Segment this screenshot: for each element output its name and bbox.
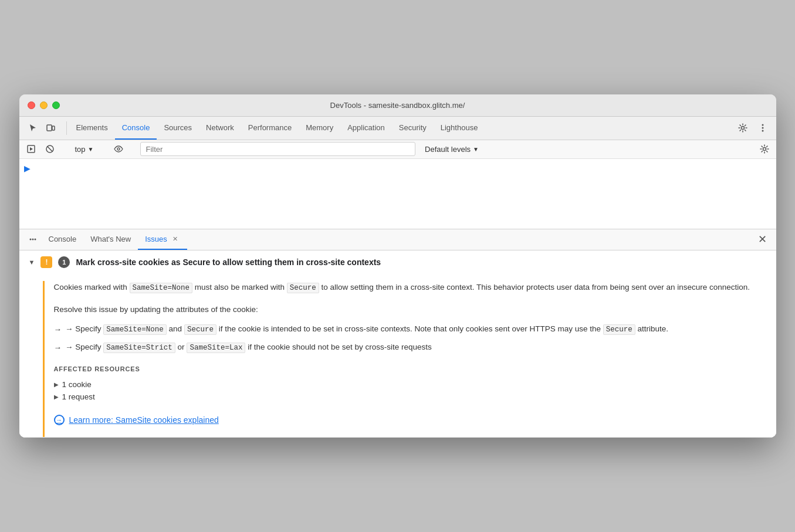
eye-icon (114, 145, 123, 153)
level-label: Default levels (425, 145, 471, 154)
context-label: top (75, 145, 86, 154)
dots-vertical-icon (29, 235, 37, 243)
svg-point-2 (741, 127, 744, 130)
context-chevron-icon: ▼ (88, 146, 94, 153)
level-chevron-icon: ▼ (473, 146, 479, 153)
issue-item: ▼ ! 1 Mark cross-site cookies as Secure … (19, 250, 776, 438)
svg-point-3 (762, 124, 763, 126)
bullet1-code3: Secure (603, 324, 635, 335)
bottom-tabs-bar: Console What's New Issues ✕ ✕ (19, 229, 776, 250)
resolve-text: Resolve this issue by updating the attri… (54, 303, 767, 316)
affected-resources-section: AFFECTED RESOURCES ▶ 1 cookie ▶ 1 reques… (54, 365, 767, 403)
bullet2-code1: SameSite=Strict (103, 343, 175, 353)
svg-point-12 (29, 239, 31, 240)
tab-memory[interactable]: Memory (299, 117, 340, 140)
resource-cookie-label: 1 cookie (62, 380, 92, 389)
svg-point-14 (34, 239, 36, 240)
more-dots-icon (758, 123, 767, 133)
play-icon-btn[interactable] (24, 142, 38, 156)
tab-sources[interactable]: Sources (157, 117, 199, 140)
cursor-icon-btn[interactable] (24, 119, 42, 137)
issues-tab-close-btn[interactable]: ✕ (171, 234, 180, 243)
more-options-icon-btn[interactable] (754, 119, 772, 137)
clear-icon-btn[interactable] (43, 142, 57, 156)
learn-more-link[interactable]: → Learn more: SameSite cookies explained (54, 415, 767, 425)
issue-body: Cookies marked with SameSite=None must a… (43, 281, 776, 438)
issue-count-badge: 1 (58, 256, 70, 268)
cursor-icon (28, 123, 38, 133)
bullet2-code2: SameSite=Lax (187, 343, 245, 353)
svg-marker-7 (30, 147, 33, 151)
eye-icon-btn[interactable] (111, 142, 126, 156)
issue-chevron-icon: ▼ (29, 259, 35, 266)
tab-application[interactable]: Application (340, 117, 392, 140)
traffic-lights (28, 101, 60, 109)
resource-item-cookie[interactable]: ▶ 1 cookie (54, 378, 767, 391)
tab-network[interactable]: Network (199, 117, 241, 140)
svg-line-9 (47, 147, 52, 152)
maximize-button[interactable] (52, 101, 60, 109)
bullet-item-2: → → Specify SameSite=Strict or SameSite=… (54, 341, 767, 354)
console-toolbar: top ▼ Default levels ▼ (19, 140, 776, 159)
bullet1-code2: Secure (184, 324, 216, 335)
device-icon (46, 123, 55, 133)
bullet-arrow-2-icon: → (54, 341, 62, 354)
tab-console[interactable]: Console (115, 117, 157, 140)
minimize-button[interactable] (40, 101, 48, 109)
console-settings-icon-btn[interactable] (757, 142, 772, 156)
tab-security[interactable]: Security (392, 117, 434, 140)
bottom-panel-close-btn[interactable]: ✕ (753, 229, 772, 250)
window-title: DevTools - samesite-sandbox.glitch.me/ (330, 101, 465, 110)
block-icon (46, 145, 54, 153)
affected-label: AFFECTED RESOURCES (54, 365, 767, 372)
bottom-tabs-more-btn[interactable] (24, 229, 42, 250)
settings-icon-btn[interactable] (734, 119, 752, 137)
bottom-tab-console[interactable]: Console (42, 229, 84, 250)
svg-point-13 (32, 239, 33, 240)
svg-rect-0 (47, 125, 52, 131)
learn-more-text: Learn more: SameSite cookies explained (69, 415, 219, 425)
console-expand-arrow[interactable]: ▶ (24, 164, 772, 173)
context-selector[interactable]: top ▼ (72, 144, 97, 155)
resource-chevron-request-icon: ▶ (54, 394, 59, 400)
svg-point-5 (762, 130, 763, 132)
devtools-icon-group (24, 117, 59, 140)
issue-header[interactable]: ▼ ! 1 Mark cross-site cookies as Secure … (19, 250, 776, 274)
bullet1-content: → Specify SameSite=None and Secure if th… (65, 323, 668, 336)
title-bar: DevTools - samesite-sandbox.glitch.me/ (19, 94, 776, 117)
tab-spacer (485, 117, 726, 140)
bottom-tab-issues[interactable]: Issues ✕ (138, 229, 187, 250)
desc-code1: SameSite=None (130, 283, 193, 293)
bullet-arrow-1-icon: → (54, 323, 62, 336)
svg-point-11 (763, 148, 766, 151)
resource-item-request[interactable]: ▶ 1 request (54, 391, 767, 403)
devtools-window: DevTools - samesite-sandbox.glitch.me/ E… (19, 94, 776, 438)
console-gear-icon (760, 144, 769, 154)
tab-elements[interactable]: Elements (69, 117, 115, 140)
close-button[interactable] (28, 101, 35, 109)
desc-part2: must also be marked with (195, 283, 285, 292)
learn-more-circle-icon: → (54, 415, 65, 425)
desc-part3: to allow setting them in a cross-site co… (321, 283, 750, 292)
tab-lighthouse[interactable]: Lighthouse (434, 117, 485, 140)
resource-chevron-cookie-icon: ▶ (54, 381, 59, 388)
level-selector[interactable]: Default levels ▼ (420, 144, 483, 155)
bullet2-content: → Specify SameSite=Strict or SameSite=La… (65, 341, 432, 354)
desc-code2: Secure (287, 283, 319, 293)
bullet1-code1: SameSite=None (103, 324, 167, 335)
issue-title: Mark cross-site cookies as Secure to all… (76, 257, 381, 267)
gear-icon (738, 123, 747, 133)
devtools-tab-bar: Elements Console Sources Network Perform… (19, 117, 776, 140)
issue-description: Cookies marked with SameSite=None must a… (54, 281, 767, 294)
resource-request-label: 1 request (62, 392, 95, 401)
issues-content: ▼ ! 1 Mark cross-site cookies as Secure … (19, 250, 776, 438)
tab-performance[interactable]: Performance (241, 117, 299, 140)
tab-separator (66, 121, 67, 135)
device-icon-btn[interactable] (42, 119, 59, 137)
svg-point-10 (117, 148, 120, 150)
devtools-right-icons (726, 117, 772, 140)
console-main: ▶ (19, 159, 776, 229)
warning-badge-icon: ! (40, 256, 52, 268)
bottom-tab-whats-new[interactable]: What's New (83, 229, 138, 250)
filter-input[interactable] (140, 142, 415, 156)
